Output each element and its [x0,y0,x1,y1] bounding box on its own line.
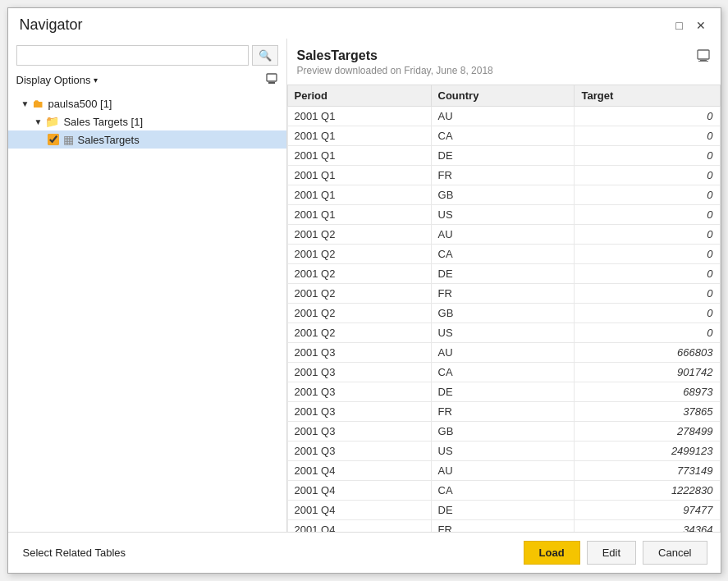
load-button[interactable]: Load [524,541,580,565]
table-cell: 2001 Q2 [287,304,431,323]
table-row: 2001 Q3DE68973 [287,382,720,402]
table-cell: 2001 Q4 [287,461,431,481]
table-cell: 2001 Q1 [287,146,431,166]
table-cell: 1222830 [575,481,720,501]
table-cell: GB [431,422,575,441]
table-cell: 2499123 [575,441,720,461]
table-row: 2001 Q1CA0 [287,126,720,146]
table-cell: AU [431,107,575,126]
table-cell: FR [431,166,575,185]
table-cell: 0 [575,107,720,126]
table-row: 2001 Q2AU0 [287,225,720,245]
table-header: Period Country Target [287,85,720,107]
table-cell: 0 [575,323,720,343]
table-row: 2001 Q4DE97477 [287,501,720,520]
preview-subtitle: Preview downloaded on Friday, June 8, 20… [297,65,493,76]
refresh-icon [265,72,278,85]
select-related-tables-button[interactable]: Select Related Tables [21,542,128,564]
table-header-row: Period Country Target [287,85,720,107]
folder-icon: 📁 [45,115,59,128]
preview-table: Period Country Target 2001 Q1AU02001 Q1C… [287,85,721,532]
table-container: Period Country Target 2001 Q1AU02001 Q1C… [287,85,721,532]
left-panel: 🔍 Display Options ▾ [8,39,287,532]
table-row: 2001 Q2GB0 [287,304,720,323]
table-cell: 278499 [575,422,720,441]
display-options-button[interactable]: Display Options ▾ [16,74,98,86]
table-cell: CA [431,481,575,501]
title-bar: Navigator □ ✕ [8,8,721,39]
tree-panel: ▼ 🖿 paulsa500 [1] ▼ 📁 Sales Targets [1] … [8,94,286,532]
cancel-button[interactable]: Cancel [643,541,707,565]
tree-checkbox-salestargettable[interactable] [48,134,59,145]
table-row: 2001 Q3GB278499 [287,422,720,441]
right-panel: SalesTargets Preview downloaded on Frida… [287,39,721,532]
tree-arrow-sales-targets: ▼ [34,117,43,126]
tree-label-sales-targets: Sales Targets [1] [63,116,143,128]
minimize-button[interactable]: □ [671,17,688,34]
tree-arrow-paulsa500: ▼ [21,99,30,108]
table-row: 2001 Q4AU773149 [287,461,720,481]
table-cell: 0 [575,245,720,264]
table-cell: DE [431,264,575,284]
table-row: 2001 Q2DE0 [287,264,720,284]
table-row: 2001 Q2CA0 [287,245,720,264]
refresh-icon-button[interactable] [265,72,278,88]
table-cell: 2001 Q1 [287,166,431,185]
tree-item-paulsa500[interactable]: ▼ 🖿 paulsa500 [1] [8,94,286,112]
search-button[interactable]: 🔍 [252,45,278,66]
tree-item-sales-targets[interactable]: ▼ 📁 Sales Targets [1] [8,112,286,130]
table-cell: 901742 [575,363,720,382]
table-cell: 0 [575,205,720,225]
display-options-label: Display Options [16,74,91,86]
table-row: 2001 Q1GB0 [287,185,720,205]
table-row: 2001 Q4FR34364 [287,520,720,533]
table-cell: 0 [575,126,720,146]
table-row: 2001 Q2FR0 [287,284,720,304]
tree-item-salestabletargets[interactable]: ▦ SalesTargets [8,130,286,149]
navigator-dialog: Navigator □ ✕ 🔍 Display Options ▾ [7,7,721,574]
table-row: 2001 Q3FR37865 [287,402,720,422]
tree-label-salestargettable: SalesTargets [78,134,140,146]
preview-title-group: SalesTargets Preview downloaded on Frida… [297,48,493,76]
table-cell: 2001 Q4 [287,501,431,520]
close-button[interactable]: ✕ [693,17,709,34]
preview-header: SalesTargets Preview downloaded on Frida… [287,48,721,80]
display-options-arrow: ▾ [94,75,98,85]
edit-button[interactable]: Edit [587,541,636,565]
table-cell: 0 [575,185,720,205]
db-icon: 🖿 [32,97,43,110]
search-input[interactable] [16,45,249,66]
main-content: 🔍 Display Options ▾ [8,39,721,532]
table-cell: 0 [575,264,720,284]
table-cell: US [431,205,575,225]
title-bar-controls: □ ✕ [671,17,709,34]
svg-rect-5 [698,61,700,62]
table-cell: FR [431,284,575,304]
display-options-row: Display Options ▾ [8,72,286,94]
table-cell: 2001 Q4 [287,481,431,501]
table-cell: 2001 Q2 [287,323,431,343]
table-row: 2001 Q4CA1222830 [287,481,720,501]
table-cell: GB [431,304,575,323]
table-cell: DE [431,501,575,520]
table-cell: 37865 [575,402,720,422]
preview-refresh-button[interactable] [696,48,711,66]
table-row: 2001 Q1US0 [287,205,720,225]
table-cell: CA [431,126,575,146]
table-cell: AU [431,461,575,481]
table-cell: 2001 Q3 [287,441,431,461]
table-cell: 0 [575,166,720,185]
table-row: 2001 Q1AU0 [287,107,720,126]
table-cell: 2001 Q4 [287,520,431,533]
table-cell: US [431,441,575,461]
table-cell: 2001 Q1 [287,126,431,146]
table-cell: US [431,323,575,343]
table-cell: 0 [575,225,720,245]
table-cell: CA [431,245,575,264]
col-country: Country [431,85,575,107]
table-cell: 2001 Q2 [287,225,431,245]
table-cell: 2001 Q1 [287,205,431,225]
preview-title: SalesTargets [297,48,493,63]
table-cell: AU [431,343,575,363]
table-icon: ▦ [63,133,74,146]
